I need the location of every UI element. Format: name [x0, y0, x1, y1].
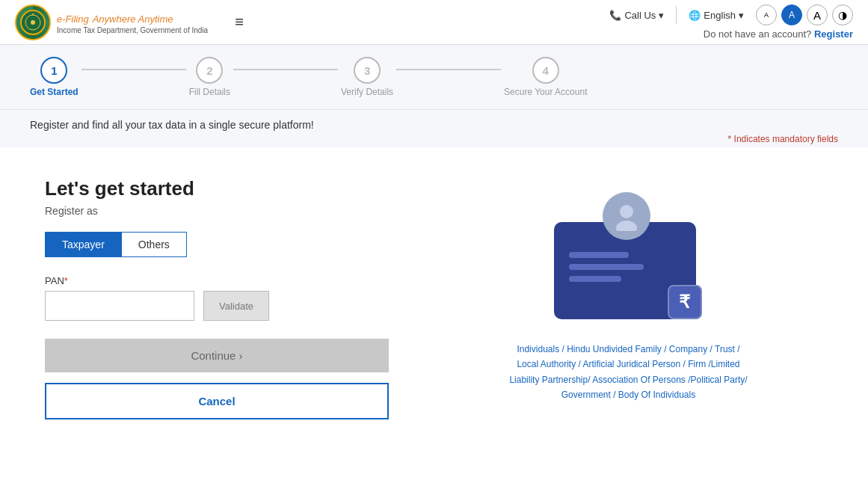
contrast-btn[interactable]: ◑ [832, 4, 853, 25]
main-content: Let's get started Register as Taxpayer O… [0, 147, 868, 486]
step-line-2 [233, 69, 338, 70]
brand-text: e-Filing Anywhere Anytime Income Tax Dep… [57, 10, 208, 34]
svg-point-2 [31, 20, 35, 25]
avatar-icon [612, 201, 641, 231]
step-1-circle: 1 [40, 57, 67, 84]
step-2-label: Fill Details [189, 87, 230, 97]
step-3: 3 Verify Details [341, 57, 393, 97]
register-link[interactable]: Register [814, 28, 853, 40]
emblem-svg: ✦ [19, 9, 46, 36]
svg-point-4 [620, 205, 633, 218]
validate-button[interactable]: Validate [203, 291, 269, 321]
step-2-circle: 2 [196, 57, 223, 84]
pan-label: PAN* [45, 275, 389, 286]
language-label: English [704, 10, 736, 21]
continue-button[interactable]: Continue › [45, 339, 389, 372]
step-3-circle: 3 [354, 57, 381, 84]
step-1: 1 Get Started [30, 57, 79, 97]
step-2: 2 Fill Details [189, 57, 230, 97]
logo-area: ✦ e-Filing Anywhere Anytime Income Tax D… [15, 4, 208, 40]
banner: Register and find all your tax data in a… [0, 110, 868, 131]
step-line-1 [81, 69, 186, 70]
font-large-btn[interactable]: A [807, 4, 828, 25]
stepper-bar: 1 Get Started 2 Fill Details 3 Verify De… [0, 45, 868, 110]
card-line-2 [569, 264, 644, 270]
entity-text: Individuals / Hindu Undivided Family / C… [509, 344, 747, 400]
step-4: 4 Secure Your Account [504, 57, 587, 97]
brand-sub: Income Tax Department, Government of Ind… [57, 26, 208, 34]
step-4-circle: 4 [532, 57, 559, 84]
card-container: Let's get started Register as Taxpayer O… [0, 147, 868, 449]
mandatory-note: * Indicates mandatory fields [0, 131, 868, 147]
divider [676, 6, 677, 24]
register-prompt: Do not have an account? Register [704, 28, 853, 40]
header-controls: 📞 Call Us ▾ 🌐 English ▾ A A A ◑ [609, 4, 853, 25]
logo-icon: ✦ [15, 4, 51, 40]
step-line-3 [396, 69, 501, 70]
language-selector[interactable]: 🌐 English ▾ [689, 10, 744, 21]
mandatory-note-text: * Indicates mandatory fields [728, 134, 838, 144]
stepper: 1 Get Started 2 Fill Details 3 Verify De… [30, 57, 838, 97]
form-title: Let's get started [45, 177, 389, 200]
card-lines [569, 252, 644, 282]
call-us-button[interactable]: 📞 Call Us ▾ [609, 10, 664, 21]
illustration-section: ₹ Individuals / Hindu Undivided Family /… [434, 177, 823, 419]
banner-text: Register and find all your tax data in a… [30, 119, 838, 131]
chevron-down-icon: ▾ [659, 10, 664, 21]
phone-icon: 📞 [609, 10, 621, 21]
no-account-text: Do not have an account? [704, 28, 812, 40]
chevron-down-icon: ▾ [739, 10, 744, 21]
header-right: 📞 Call Us ▾ 🌐 English ▾ A A A ◑ Do not h… [609, 4, 853, 40]
font-controls: A A A ◑ [756, 4, 853, 25]
form-section: Let's get started Register as Taxpayer O… [45, 177, 389, 419]
id-card-illustration: ₹ [547, 192, 711, 327]
rupee-icon: ₹ [679, 292, 690, 313]
font-medium-btn[interactable]: A [781, 4, 802, 25]
register-as-buttons: Taxpayer Others [45, 232, 389, 257]
cancel-button[interactable]: Cancel [45, 383, 389, 419]
header-left: ✦ e-Filing Anywhere Anytime Income Tax D… [15, 4, 244, 40]
header: ✦ e-Filing Anywhere Anytime Income Tax D… [0, 0, 868, 45]
card-line-3 [569, 276, 621, 282]
pan-input[interactable] [45, 291, 194, 321]
step-3-label: Verify Details [341, 87, 393, 97]
call-us-label: Call Us [624, 10, 656, 21]
rupee-badge: ₹ [668, 285, 702, 319]
avatar-circle [603, 192, 650, 240]
others-button[interactable]: Others [122, 232, 187, 257]
efiling-label: e-Filing [57, 13, 89, 25]
svg-point-5 [616, 221, 637, 231]
pan-row: Validate [45, 291, 389, 321]
form-subtitle: Register as [45, 205, 389, 217]
step-1-label: Get Started [30, 87, 79, 97]
brand-tagline: Anywhere Anytime [93, 13, 173, 25]
font-small-btn[interactable]: A [756, 4, 777, 25]
hamburger-menu[interactable]: ≡ [235, 13, 244, 31]
brand-efiling: e-Filing Anywhere Anytime [57, 10, 208, 26]
step-4-label: Secure Your Account [504, 87, 587, 97]
card-line-1 [569, 252, 629, 258]
taxpayer-button[interactable]: Taxpayer [45, 232, 122, 257]
entity-list: Individuals / Hindu Undivided Family / C… [509, 342, 748, 403]
globe-icon: 🌐 [689, 10, 701, 21]
